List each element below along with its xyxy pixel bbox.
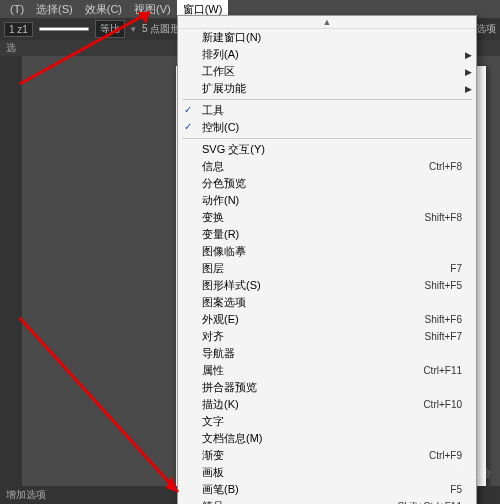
menu-选择s[interactable]: 选择(S) xyxy=(30,0,79,19)
menu-item-label: 动作(N) xyxy=(202,193,462,208)
menu-item-label: 图形样式(S) xyxy=(202,278,424,293)
menu-item-label: 对齐 xyxy=(202,329,424,344)
window-menu-dropdown[interactable]: ▲ 新建窗口(N)排列(A)▶工作区▶扩展功能▶✓工具✓控制(C)SVG 交互(… xyxy=(177,15,477,504)
menu-item[interactable]: 符号Shift+Ctrl+F11 xyxy=(178,498,476,504)
check-icon: ✓ xyxy=(184,104,192,115)
submenu-arrow-icon: ▶ xyxy=(465,84,472,94)
menu-item[interactable]: 文字 xyxy=(178,413,476,430)
menu-item-label: 工作区 xyxy=(202,64,462,79)
menu-shortcut: Ctrl+F8 xyxy=(429,161,462,172)
menu-item-label: 控制(C) xyxy=(202,120,462,135)
menu-shortcut: Shift+F7 xyxy=(424,331,462,342)
menu-shortcut: Shift+F6 xyxy=(424,314,462,325)
menu-item-label: 变换 xyxy=(202,210,424,225)
menu-item[interactable]: 变量(R) xyxy=(178,226,476,243)
menu-item-label: 描边(K) xyxy=(202,397,423,412)
stroke-mode[interactable]: 等比 xyxy=(95,20,125,38)
menu-item-label: 图像临摹 xyxy=(202,244,462,259)
menu-item-label: 画笔(B) xyxy=(202,482,450,497)
dropdown-body: 新建窗口(N)排列(A)▶工作区▶扩展功能▶✓工具✓控制(C)SVG 交互(Y)… xyxy=(178,29,476,504)
check-icon: ✓ xyxy=(184,121,192,132)
chevron-down-icon: ▾ xyxy=(131,24,136,34)
menu-item[interactable]: 文档信息(M) xyxy=(178,430,476,447)
menu-item[interactable]: 属性Ctrl+F11 xyxy=(178,362,476,379)
menu-item[interactable]: 导航器 xyxy=(178,345,476,362)
menu-item[interactable]: 新建窗口(N) xyxy=(178,29,476,46)
menu-item[interactable]: 动作(N) xyxy=(178,192,476,209)
menu-item-label: 分色预览 xyxy=(202,176,462,191)
menu-item-label: 文字 xyxy=(202,414,462,429)
menu-item-label: 工具 xyxy=(202,103,462,118)
watermark: 百度经验 xyxy=(440,465,492,482)
stroke-preview[interactable] xyxy=(39,27,89,31)
submenu-arrow-icon: ▶ xyxy=(465,67,472,77)
menu-shortcut: F5 xyxy=(450,484,462,495)
menu-separator xyxy=(182,99,472,100)
menu-item[interactable]: 排列(A)▶ xyxy=(178,46,476,63)
menu-item-label: SVG 交互(Y) xyxy=(202,142,462,157)
left-panel-rail[interactable] xyxy=(0,56,22,496)
menu-item[interactable]: SVG 交互(Y) xyxy=(178,141,476,158)
menu-item[interactable]: 渐变Ctrl+F9 xyxy=(178,447,476,464)
submenu-arrow-icon: ▶ xyxy=(465,50,472,60)
menu-item-label: 拼合器预览 xyxy=(202,380,462,395)
menu-item-label: 画板 xyxy=(202,465,462,480)
menu-item[interactable]: 画笔(B)F5 xyxy=(178,481,476,498)
menu-item-label: 新建窗口(N) xyxy=(202,30,462,45)
menu-item-label: 信息 xyxy=(202,159,429,174)
menu-shortcut: Ctrl+F9 xyxy=(429,450,462,461)
menu-separator xyxy=(182,138,472,139)
menu-item-label: 外观(E) xyxy=(202,312,424,327)
menu-shortcut: Shift+F8 xyxy=(424,212,462,223)
menu-item[interactable]: 画板 xyxy=(178,464,476,481)
menu-shortcut: F7 xyxy=(450,263,462,274)
menu-item-label: 排列(A) xyxy=(202,47,462,62)
zoom-field[interactable]: 1 z1 xyxy=(4,22,33,37)
menu-效果c[interactable]: 效果(C) xyxy=(79,0,128,19)
menu-item[interactable]: 描边(K)Ctrl+F10 xyxy=(178,396,476,413)
menu-item[interactable]: 图形样式(S)Shift+F5 xyxy=(178,277,476,294)
menu-item-label: 渐变 xyxy=(202,448,429,463)
menu-item[interactable]: 图层F7 xyxy=(178,260,476,277)
menu-item[interactable]: 对齐Shift+F7 xyxy=(178,328,476,345)
menu-item-label: 文档信息(M) xyxy=(202,431,462,446)
menu-item[interactable]: ✓工具 xyxy=(178,102,476,119)
shape-label: 5 点圆形 xyxy=(142,22,180,36)
menu-item[interactable]: 图像临摹 xyxy=(178,243,476,260)
menu-shortcut: Shift+F5 xyxy=(424,280,462,291)
menu-item[interactable]: 图案选项 xyxy=(178,294,476,311)
menu-item-label: 图层 xyxy=(202,261,450,276)
menu-item[interactable]: ✓控制(C) xyxy=(178,119,476,136)
menu-item-label: 属性 xyxy=(202,363,423,378)
menu-item-label: 扩展功能 xyxy=(202,81,462,96)
menu-视图v[interactable]: 视图(V) xyxy=(128,0,177,19)
menu-item-label: 导航器 xyxy=(202,346,462,361)
menu-item-label: 符号 xyxy=(202,499,398,504)
menu-t[interactable]: (T) xyxy=(4,1,30,17)
menu-item-label: 变量(R) xyxy=(202,227,462,242)
menu-item-label: 图案选项 xyxy=(202,295,462,310)
scroll-up-icon[interactable]: ▲ xyxy=(178,16,476,29)
menu-item[interactable]: 扩展功能▶ xyxy=(178,80,476,97)
status-label: 增加选项 xyxy=(6,488,46,502)
menu-item[interactable]: 信息Ctrl+F8 xyxy=(178,158,476,175)
menu-item[interactable]: 变换Shift+F8 xyxy=(178,209,476,226)
menu-shortcut: Ctrl+F11 xyxy=(423,365,462,376)
menu-item[interactable]: 外观(E)Shift+F6 xyxy=(178,311,476,328)
menu-shortcut: Ctrl+F10 xyxy=(423,399,462,410)
menu-item[interactable]: 分色预览 xyxy=(178,175,476,192)
doc-tab-label: 选 xyxy=(6,41,16,55)
menu-item[interactable]: 拼合器预览 xyxy=(178,379,476,396)
menu-item[interactable]: 工作区▶ xyxy=(178,63,476,80)
